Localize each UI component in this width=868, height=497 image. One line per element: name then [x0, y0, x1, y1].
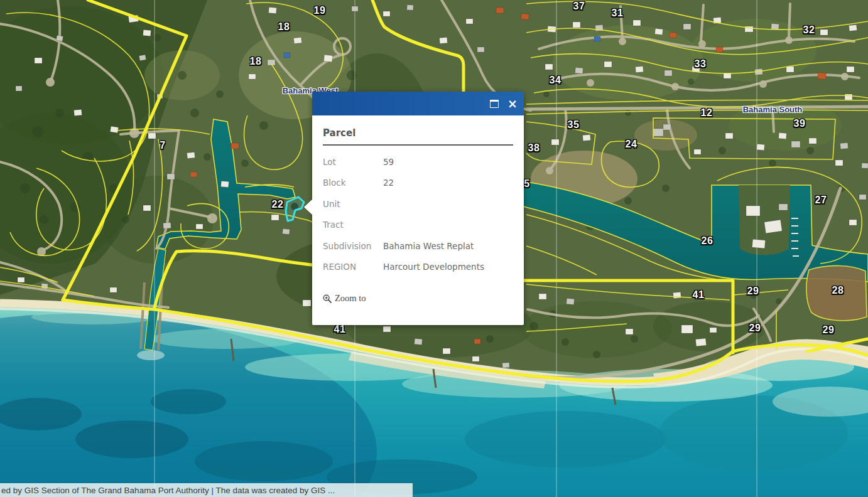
field-label: Lot — [323, 157, 383, 167]
field-value: Harcourt Developments — [383, 262, 513, 272]
popup-header[interactable]: × — [312, 92, 524, 115]
popup-title: Parcel — [323, 127, 513, 139]
field-label: Subdivision — [323, 241, 383, 251]
popup-anchor-arrow — [304, 199, 313, 215]
field-label: Unit — [323, 199, 383, 209]
popup-field-row: REGIONHarcourt Developments — [323, 257, 513, 278]
popup-body: Parcel Lot59Block22UnitTractSubdivisionB… — [312, 115, 524, 325]
field-label: Block — [323, 178, 383, 188]
zoom-to-label: Zoom to — [335, 293, 366, 304]
gis-map-app: 1918183731323334123935382472252726412928… — [0, 0, 868, 497]
attribution-bar: ed by GIS Section of The Grand Bahama Po… — [0, 483, 413, 497]
parcel-popup: × Parcel Lot59Block22UnitTractSubdivisio… — [312, 92, 524, 325]
popup-field-row: Lot59 — [323, 151, 513, 173]
zoom-in-icon — [323, 294, 332, 303]
field-value: Bahamia West Replat — [383, 241, 513, 251]
field-value: 22 — [383, 178, 513, 188]
dirt-field — [806, 265, 867, 320]
popup-field-row: Unit — [323, 193, 513, 215]
maximize-icon[interactable] — [490, 100, 499, 108]
close-icon[interactable]: × — [507, 98, 518, 110]
popup-fields: Lot59Block22UnitTractSubdivisionBahamia … — [323, 151, 513, 277]
field-label: Tract — [323, 220, 383, 230]
attribution-text: ed by GIS Section of The Grand Bahama Po… — [1, 486, 335, 495]
popup-field-row: Block22 — [323, 173, 513, 194]
zoom-to-link[interactable]: Zoom to — [323, 293, 366, 304]
field-label: REGION — [323, 262, 383, 272]
popup-field-row: SubdivisionBahamia West Replat — [323, 235, 513, 257]
popup-field-row: Tract — [323, 215, 513, 236]
popup-title-divider — [323, 144, 513, 146]
field-value: 59 — [383, 157, 513, 167]
